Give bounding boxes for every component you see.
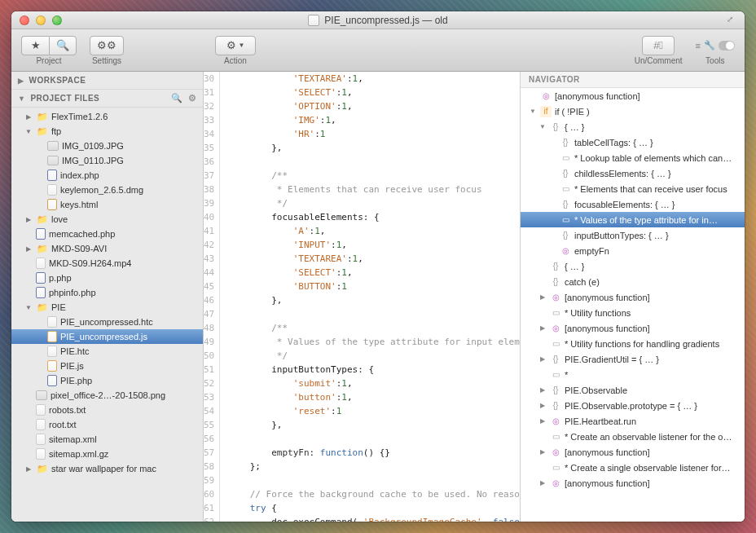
disclosure-icon[interactable]: ▼ <box>538 123 547 130</box>
file-tree-row[interactable]: p.php <box>11 271 203 285</box>
navigator-item[interactable]: ▶◎[anonymous function] <box>521 320 745 336</box>
navigator-item[interactable]: ▭* Values of the type attribute for in… <box>521 212 745 227</box>
file-tree-row[interactable]: pixel_office-2…-20-1508.png <box>11 388 203 403</box>
file-tree-row[interactable]: ▶📁FlexTime1.2.6 <box>11 109 203 124</box>
navigator-item[interactable]: {}inputButtonTypes: { … } <box>521 227 745 243</box>
disclosure-icon[interactable]: ▶ <box>538 293 547 301</box>
gear-icon[interactable]: ⚙ <box>188 93 197 104</box>
navigator-item[interactable]: ▶{}PIE.GradientUtil = { … } <box>521 351 745 367</box>
disclosure-icon[interactable]: ▶ <box>538 355 547 363</box>
file-tree-row[interactable]: memcached.php <box>11 227 203 241</box>
navigator-item[interactable]: ▶◎[anonymous function] <box>521 289 745 305</box>
file-tree-row[interactable]: ▶📁love <box>11 212 203 227</box>
file-tree-row[interactable]: IMG_0109.JPG <box>11 139 203 153</box>
navigator-item[interactable]: {}tableCellTags: { … } <box>521 134 745 150</box>
disclosure-icon[interactable]: ▶ <box>538 448 547 456</box>
file-label: sitemap.xml.gz <box>49 449 108 459</box>
fullscreen-button[interactable]: ⤢ <box>727 15 738 26</box>
zoom-button[interactable] <box>52 15 62 25</box>
file-tree-row[interactable]: phpinfo.php <box>11 285 203 300</box>
file-tree-row[interactable]: ▼📁ftp <box>11 124 203 139</box>
toggle-icon[interactable] <box>719 41 735 51</box>
list-icon[interactable]: ≡ <box>696 41 701 51</box>
disclosure-icon[interactable]: ▶ <box>538 324 547 332</box>
file-tree-row[interactable]: PIE_uncompressed.js <box>11 329 203 344</box>
navigator-tree[interactable]: ◎[anonymous function]▼ifif ( !PIE )▼{}{ … <box>521 88 745 522</box>
file-tree-row[interactable]: robots.txt <box>11 403 203 417</box>
navigator-item[interactable]: ▭* Create a single observable listener f… <box>521 460 745 475</box>
navigator-item[interactable]: ▭* Lookup table of elements which can… <box>521 150 745 165</box>
disclosure-icon[interactable]: ▼ <box>24 128 33 135</box>
file-tree-row[interactable]: IMG_0110.JPG <box>11 153 203 168</box>
navigator-item[interactable]: ▶◎PIE.Heartbeat.run <box>521 413 745 429</box>
file-tree-row[interactable]: sitemap.xml <box>11 432 203 447</box>
action-button[interactable]: ⚙ ▼ <box>215 36 256 55</box>
disclosure-icon[interactable]: ▼ <box>529 108 537 115</box>
navigator-label: focusableElements: { … } <box>574 200 675 209</box>
navigator-item[interactable]: ▶{}PIE.Observable <box>521 382 745 398</box>
file-tree-row[interactable]: root.txt <box>11 417 203 432</box>
navigator-item[interactable]: ▶◎[anonymous function] <box>521 444 745 460</box>
file-label: PIE <box>51 302 66 312</box>
project-files-section[interactable]: ▼ PROJECT FILES 🔍 ⚙ <box>11 90 203 108</box>
search-icon[interactable]: 🔍 <box>171 93 183 104</box>
file-icon <box>47 184 57 196</box>
navigator-item[interactable]: ▼{}{ … } <box>521 119 745 134</box>
file-tree-row[interactable]: keys.html <box>11 197 203 212</box>
file-tree-row[interactable]: keylemon_2.6.5.dmg <box>11 183 203 197</box>
project-search-button[interactable]: 🔍 <box>49 36 77 55</box>
navigator-item[interactable]: ◎emptyFn <box>521 243 745 258</box>
file-tree-row[interactable]: sitemap.xml.gz <box>11 447 203 461</box>
window-title-text: PIE_uncompressed.js — old <box>324 15 447 26</box>
favorite-button[interactable]: ★ <box>21 36 49 55</box>
file-tree-row[interactable]: index.php <box>11 168 203 183</box>
navigator-item[interactable]: ▭* Utility functions for handling gradie… <box>521 336 745 351</box>
file-tree-row[interactable]: PIE.php <box>11 373 203 388</box>
close-button[interactable] <box>20 15 29 25</box>
file-tree[interactable]: ▶📁FlexTime1.2.6▼📁ftpIMG_0109.JPGIMG_0110… <box>11 108 203 522</box>
navigator-label: tableCellTags: { … } <box>574 138 653 148</box>
file-tree-row[interactable]: ▼📁PIE <box>11 300 203 315</box>
disclosure-icon[interactable]: ▼ <box>24 304 33 311</box>
wrench-icon[interactable]: 🔧 <box>704 40 715 51</box>
navigator-item[interactable]: ▭* Create an observable listener for the… <box>521 429 745 444</box>
file-tree-row[interactable]: MKD-S09.H264.mp4 <box>11 256 203 271</box>
file-tree-row[interactable]: PIE.js <box>11 359 203 373</box>
navigator-item[interactable]: ◎[anonymous function] <box>521 88 745 104</box>
navigator-label: PIE.Observable.prototype = { … } <box>565 401 697 411</box>
html-icon <box>47 199 57 210</box>
uncomment-button[interactable]: #⃝ <box>642 36 675 55</box>
disclosure-icon[interactable]: ▶ <box>538 386 547 394</box>
navigator-item[interactable]: {}{ … } <box>521 258 745 274</box>
navigator-item[interactable]: ▭* <box>521 367 745 382</box>
fn-icon: ◎ <box>550 416 561 427</box>
minimize-button[interactable] <box>36 15 46 25</box>
project-files-label: PROJECT FILES <box>30 94 99 103</box>
fn-icon: ◎ <box>540 90 552 102</box>
workspace-section[interactable]: ▶ WORKSPACE <box>11 72 203 90</box>
navigator-item[interactable]: ▶◎[anonymous function] <box>521 475 745 491</box>
disclosure-icon[interactable]: ▶ <box>24 465 33 473</box>
code-editor[interactable]: 3031323334353637383940414243444546474849… <box>204 72 520 522</box>
disclosure-icon[interactable]: ▶ <box>24 113 33 121</box>
navigator-item[interactable]: ▭* Utility functions <box>521 305 745 320</box>
file-tree-row[interactable]: PIE_uncompressed.htc <box>11 315 203 329</box>
titlebar[interactable]: PIE_uncompressed.js — old ⤢ <box>11 11 745 29</box>
disclosure-icon[interactable]: ▶ <box>538 402 547 409</box>
disclosure-icon[interactable]: ▶ <box>24 216 33 223</box>
navigator-label: [anonymous function] <box>555 91 640 101</box>
navigator-item[interactable]: ▭* Elements that can receive user focus <box>521 181 745 196</box>
disclosure-icon[interactable]: ▶ <box>538 417 547 425</box>
disclosure-icon[interactable]: ▶ <box>538 479 547 487</box>
disclosure-icon[interactable]: ▶ <box>24 245 33 253</box>
file-tree-row[interactable]: ▶📁MKD-S09-AVI <box>11 241 203 256</box>
file-tree-row[interactable]: ▶📁star war wallpaper for mac <box>11 461 203 476</box>
navigator-item[interactable]: {}catch (e) <box>521 274 745 289</box>
navigator-item[interactable]: {}focusableElements: { … } <box>521 196 745 212</box>
navigator-item[interactable]: {}childlessElements: { … } <box>521 165 745 181</box>
navigator-item[interactable]: ▼ifif ( !PIE ) <box>521 104 745 119</box>
code-area[interactable]: 'TEXTAREA':1, 'SELECT':1, 'OPTION':1, 'I… <box>220 72 520 522</box>
settings-button[interactable]: ⚙⚙ <box>90 36 124 55</box>
file-tree-row[interactable]: PIE.htc <box>11 344 203 359</box>
navigator-item[interactable]: ▶{}PIE.Observable.prototype = { … } <box>521 398 745 413</box>
